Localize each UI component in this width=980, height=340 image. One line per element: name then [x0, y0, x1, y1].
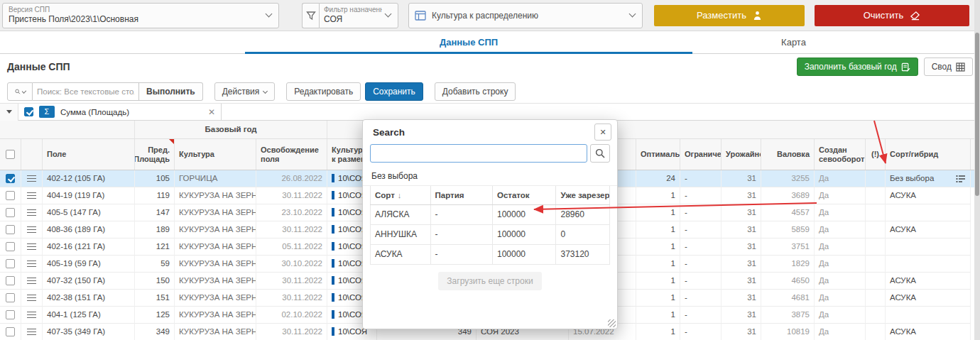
col-sort-hybrid[interactable]: Сорт/гибрид	[886, 139, 971, 170]
search-input[interactable]	[33, 82, 139, 101]
sort-hybrid-cell[interactable]: АСУКА	[886, 324, 971, 340]
limit-cell: -	[680, 307, 722, 324]
col-warning[interactable]: (!)	[866, 139, 886, 170]
row-select-checkbox[interactable]	[0, 324, 21, 340]
row-select-checkbox[interactable]	[0, 290, 21, 307]
col-gross[interactable]: Валовка	[761, 139, 815, 170]
lov-search-input[interactable]	[370, 144, 587, 163]
row-select-checkbox[interactable]	[0, 170, 21, 187]
lov-search-bar	[363, 144, 617, 163]
optimal-cell: 1	[636, 256, 680, 273]
aggregate-checkbox[interactable]	[24, 107, 33, 116]
sort-hybrid-cell[interactable]: АСУКА	[886, 221, 971, 238]
close-icon[interactable]: ✕	[594, 124, 611, 141]
col-release[interactable]: Освобождение поля	[256, 139, 327, 170]
select-all-checkbox[interactable]	[0, 139, 21, 170]
row-menu-icon[interactable]	[21, 238, 43, 256]
row-select-checkbox[interactable]	[0, 221, 21, 238]
field-cell: 404-1 (125 ГА)	[43, 307, 135, 324]
sort-hybrid-cell[interactable]	[886, 204, 971, 221]
fill-base-year-button[interactable]: Заполнить базовый год	[797, 57, 918, 76]
warn-cell	[866, 187, 886, 204]
edit-button[interactable]: Редактировать	[286, 82, 361, 101]
col-prev-area[interactable]: Пред. Площадь	[135, 139, 175, 170]
row-menu-icon[interactable]	[21, 307, 43, 324]
optimal-cell: 24	[636, 170, 680, 187]
field-cell: 404-19 (119 ГА)	[43, 187, 135, 204]
aggregate-menu-button[interactable]	[0, 104, 18, 121]
release-cell: 30.11.2022	[256, 290, 327, 307]
row-select-checkbox[interactable]	[0, 187, 21, 204]
limit-cell: -	[680, 221, 722, 238]
search-options-button[interactable]	[7, 82, 33, 101]
distribution-culture-dropdown[interactable]: Культура к распределению	[408, 3, 643, 28]
active-tab-underline	[245, 52, 692, 54]
lov-col-sort[interactable]: Сорт↓	[370, 186, 431, 204]
sort-hybrid-cell[interactable]	[886, 307, 971, 324]
load-more-button[interactable]: Загрузить еще строки	[438, 272, 541, 290]
limit-cell: -	[680, 204, 722, 221]
row-select-checkbox[interactable]	[0, 273, 21, 290]
vertical-scrollbar[interactable]	[974, 0, 980, 340]
lov-table: Сорт↓ Партия Остаток Уже зарезервирова А…	[363, 186, 617, 265]
no-selection-option[interactable]: Без выбора	[363, 167, 617, 186]
gross-cell: 3689	[761, 187, 815, 204]
scrollbar-thumb[interactable]	[975, 33, 979, 196]
limit-cell: -	[680, 273, 722, 290]
lov-picker-icon[interactable]	[956, 175, 966, 183]
release-cell: 30.11.2022	[256, 324, 327, 340]
tab-map[interactable]: Карта	[692, 31, 895, 53]
row-select-checkbox[interactable]	[0, 238, 21, 256]
actions-menu-button[interactable]: Действия	[214, 82, 276, 101]
row-menu-icon[interactable]	[21, 256, 43, 273]
lov-rest-cell: 100000	[493, 225, 556, 245]
sort-hybrid-cell[interactable]: АСУКА	[886, 290, 971, 307]
remove-aggregate-icon[interactable]: ✕	[208, 107, 215, 117]
row-menu-icon[interactable]	[21, 187, 43, 204]
sort-hybrid-cell[interactable]: АСУКА	[886, 273, 971, 290]
add-row-button[interactable]: Добавить строку	[435, 82, 516, 101]
lov-row[interactable]: АЛЯСКА-10000028960	[370, 205, 610, 225]
row-menu-icon[interactable]	[21, 273, 43, 290]
lov-row[interactable]: АННУШКА-1000000	[370, 225, 610, 245]
col-created-rotation[interactable]: Создан севооборот	[815, 139, 866, 170]
row-menu-icon[interactable]	[21, 290, 43, 307]
culture-filter-dropdown[interactable]: Фильтр назначенной культуры СОЯ	[319, 3, 398, 28]
lov-row[interactable]: АСУКА-100000373120	[370, 245, 610, 265]
row-select-checkbox[interactable]	[0, 204, 21, 221]
place-button[interactable]: Разместить	[654, 5, 805, 26]
resize-handle[interactable]	[608, 319, 616, 327]
col-optimal[interactable]: Оптимальн	[636, 139, 680, 170]
gross-cell: 3875	[761, 307, 815, 324]
clear-button[interactable]: Очистить	[815, 5, 969, 26]
go-button[interactable]: Выполнить	[139, 82, 203, 101]
summary-button[interactable]: Свод	[924, 57, 973, 76]
row-menu-icon[interactable]	[21, 221, 43, 238]
sort-hybrid-cell[interactable]	[886, 238, 971, 256]
col-limit[interactable]: Ограничен	[680, 139, 722, 170]
col-field[interactable]: Поле	[43, 139, 135, 170]
sort-hybrid-cell[interactable]	[886, 256, 971, 273]
row-menu-icon[interactable]	[21, 170, 43, 187]
search-icon[interactable]	[590, 144, 610, 163]
field-cell: 402-38 (151 ГА)	[43, 290, 135, 307]
sort-hybrid-cell[interactable]: АСУКА	[886, 187, 971, 204]
row-menu-icon[interactable]	[21, 204, 43, 221]
col-culture[interactable]: Культура	[175, 139, 256, 170]
save-button[interactable]: Сохранить	[365, 82, 423, 101]
sort-hybrid-cell[interactable]: Без выбора	[886, 170, 971, 187]
sum-icon[interactable]: Σ	[39, 106, 55, 118]
lov-col-reserved[interactable]: Уже зарезервирова	[556, 186, 610, 204]
row-select-checkbox[interactable]	[0, 256, 21, 273]
lov-col-rest[interactable]: Остаток	[493, 186, 556, 204]
lov-col-batch[interactable]: Партия	[431, 186, 493, 204]
tab-data-spp[interactable]: Данные СПП	[245, 31, 692, 53]
culture-filter-value: СОЯ	[324, 14, 382, 25]
lov-batch-cell: -	[431, 205, 493, 225]
row-menu-icon[interactable]	[21, 324, 43, 340]
region-tabs: Данные СПП Карта	[0, 31, 980, 54]
version-dropdown[interactable]: Версия СПП Пристень Поля\2023\1\Основная	[2, 3, 279, 28]
row-select-checkbox[interactable]	[0, 307, 21, 324]
warn-cell	[866, 204, 886, 221]
col-yield[interactable]: Урожайно	[722, 139, 761, 170]
